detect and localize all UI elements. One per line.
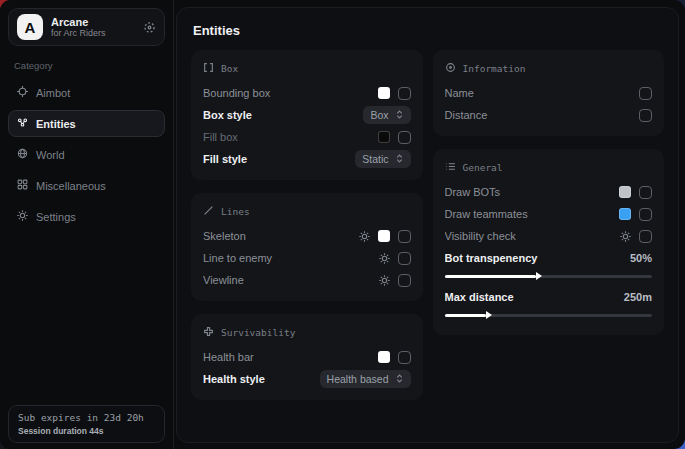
brackets-icon [203,62,214,75]
setting-label: Fill box [203,131,378,143]
bounding-box-row: Bounding box [203,82,411,104]
setting-label: Viewline [203,274,379,286]
panel-title: General [463,162,503,173]
setting-label: Bounding box [203,87,378,99]
draw-teammates-checkbox[interactable] [639,208,652,221]
setting-label: Health style [203,373,320,385]
crosshair-icon [17,86,28,99]
setting-label: Draw teammates [445,208,620,220]
box-panel-header: Box [203,62,411,75]
setting-label: Name [445,87,640,99]
draw-bots-row: Draw BOTs [445,181,653,203]
general-panel-header: General [445,161,653,174]
max-distance-slider[interactable] [445,311,653,319]
bot-transparency-row: Bot transpenency 50% [445,247,653,269]
setting-label: Distance [445,109,640,121]
health-style-select[interactable]: Health based [320,370,411,388]
bot-transparency-slider[interactable] [445,272,653,280]
box-style-select[interactable]: Box [363,106,410,124]
bot-transparency-value: 50% [630,252,652,264]
chevron-updown-icon [395,373,404,385]
sidebar-item-settings[interactable]: Settings [8,203,165,230]
chevron-updown-icon [395,153,404,165]
distance-checkbox[interactable] [639,109,652,122]
setting-label: Line to enemy [203,252,379,264]
target-icon [445,62,456,75]
skeleton-row: Skeleton [203,225,411,247]
general-panel: General Draw BOTs Draw teammates [433,149,665,335]
logo-text: Arcane for Arc Riders [51,16,135,39]
bounding-box-checkbox[interactable] [398,87,411,100]
box-style-row: Box style Box [203,104,411,126]
list-icon [445,161,456,174]
subscription-card: Sub expires in 23d 20h Session duration … [8,405,165,443]
dial-icon[interactable] [143,21,156,34]
sidebar-item-entities[interactable]: Entities [8,110,165,137]
viewline-checkbox[interactable] [398,274,411,287]
fill-box-checkbox[interactable] [398,131,411,144]
gear-icon[interactable] [359,231,370,242]
draw-teammates-row: Draw teammates [445,203,653,225]
slider-fill[interactable] [445,275,536,278]
draw-bots-checkbox[interactable] [639,186,652,199]
line-to-enemy-checkbox[interactable] [398,252,411,265]
right-column: Information Name Distance [433,50,665,335]
sidebar-item-miscellaneous[interactable]: Miscellaneous [8,172,165,199]
max-distance-row: Max distance 250m [445,286,653,308]
health-cross-icon [203,326,214,339]
box-panel: Box Bounding box Box style [191,50,423,180]
setting-label: Fill style [203,153,355,165]
slider-track[interactable] [445,314,653,317]
health-bar-row: Health bar [203,346,411,368]
distance-row: Distance [445,104,653,126]
sidebar-item-label: Entities [36,118,76,130]
sidebar-item-aimbot[interactable]: Aimbot [8,79,165,106]
setting-label: Box style [203,109,363,121]
skeleton-checkbox[interactable] [398,230,411,243]
select-value: Health based [327,373,389,385]
lines-panel: Lines Skeleton Line to enemy [191,193,423,301]
gear-icon [17,210,28,223]
setting-label: Visibility check [445,230,621,242]
setting-label: Skeleton [203,230,359,242]
max-distance-value: 250m [624,291,652,303]
information-panel: Information Name Distance [433,50,665,136]
logo-card[interactable]: A Arcane for Arc Riders [8,8,165,46]
fill-style-row: Fill style Static [203,148,411,170]
sidebar-item-label: World [36,149,65,161]
health-style-row: Health style Health based [203,368,411,390]
select-value: Static [362,153,388,165]
gear-icon[interactable] [620,231,631,242]
gear-icon[interactable] [379,275,390,286]
visibility-check-checkbox[interactable] [639,230,652,243]
fill-style-select[interactable]: Static [355,150,410,168]
slider-track[interactable] [445,275,653,278]
color-swatch[interactable] [619,186,631,198]
gear-icon[interactable] [379,253,390,264]
color-swatch[interactable] [378,351,390,363]
color-swatch[interactable] [378,131,390,143]
health-bar-checkbox[interactable] [398,351,411,364]
visibility-check-row: Visibility check [445,225,653,247]
page-title: Entities [193,23,664,38]
main-content: Entities Box Bounding box [176,7,679,443]
color-swatch[interactable] [378,87,390,99]
survivability-panel: Survivability Health bar Health style [191,314,423,400]
grid-icon [17,179,28,192]
sidebar-nav: Aimbot Entities World Miscellaneous Sett… [8,79,165,230]
setting-label: Bot transpenency [445,252,630,264]
left-column: Box Bounding box Box style [191,50,423,400]
sidebar-item-world[interactable]: World [8,141,165,168]
slider-fill[interactable] [445,314,487,317]
desktop: A Arcane for Arc Riders Category Aimbot … [0,0,685,449]
color-swatch[interactable] [378,230,390,242]
sidebar-item-label: Settings [36,211,76,223]
category-label: Category [14,60,165,71]
lines-panel-header: Lines [203,205,411,218]
name-row: Name [445,82,653,104]
entities-icon [17,117,28,130]
line-icon [203,205,214,218]
name-checkbox[interactable] [639,87,652,100]
color-swatch[interactable] [619,208,631,220]
panel-title: Lines [221,206,250,217]
